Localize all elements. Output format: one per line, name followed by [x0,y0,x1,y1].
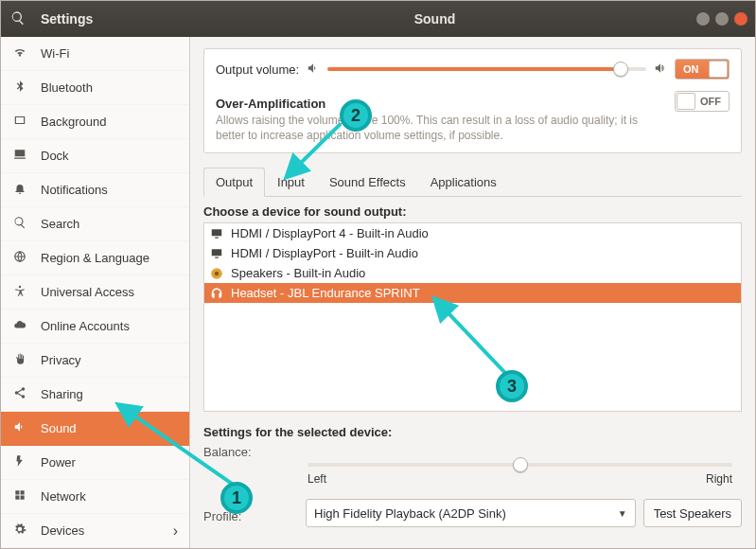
device-label: HDMI / DisplayPort 4 - Built-in Audio [231,226,429,240]
window-controls [679,1,755,37]
output-volume-label: Output volume: [216,62,299,77]
output-device-item[interactable]: Speakers - Built-in Audio [204,263,741,283]
output-device-item[interactable]: HDMI / DisplayPort - Built-in Audio [204,243,741,263]
sidebar-item-network[interactable]: Network [1,480,189,514]
search-icon [12,216,27,232]
svg-point-4 [22,395,26,398]
sidebar-item-dock[interactable]: Dock [1,139,189,173]
sidebar-item-label: Sharing [41,387,83,401]
choose-device-label: Choose a device for sound output: [203,204,742,219]
tab-applications[interactable]: Applications [418,168,509,197]
sidebar-item-label: Search [41,217,79,231]
svg-point-3 [15,391,19,395]
maximize-icon[interactable] [715,12,729,26]
svg-point-2 [22,387,26,391]
sidebar-item-label: Background [41,115,106,129]
sidebar-item-label: Privacy [41,353,81,367]
sidebar-item-label: Wi-Fi [41,46,69,61]
profile-select[interactable]: High Fidelity Playback (A2DP Sink) ▼ [306,499,636,527]
device-settings-label: Settings for the selected device: [203,425,742,439]
device-label: Headset - JBL Endurance SPRINT [231,286,420,300]
headset-icon [210,287,223,300]
over-amplification-title: Over-Amplification [216,97,665,111]
sidebar-item-label: Dock [41,149,69,163]
monitor-icon [210,227,223,240]
window-title: Sound [190,1,679,37]
sidebar-item-label: Notifications [41,183,108,197]
chevron-right-icon: › [173,522,178,540]
search-icon[interactable] [10,10,26,28]
sidebar-item-label: Power [41,455,76,469]
sound-tabs: OutputInputSound EffectsApplications [203,167,742,197]
sidebar-item-devices[interactable]: Devices› [1,514,189,548]
output-volume-toggle[interactable]: ON [675,59,730,80]
monitor-icon [210,247,223,260]
output-volume-panel: Output volume: ON Over-Amplifi [203,48,742,153]
over-amplification-desc: Allows raising the volume above 100%. Th… [216,111,665,143]
sound-icon [12,420,27,436]
gear-icon [12,522,27,539]
tab-sound-effects[interactable]: Sound Effects [317,168,418,197]
tab-output[interactable]: Output [203,168,265,197]
over-amplification-toggle[interactable]: OFF [675,91,730,112]
speaker-icon [307,62,320,78]
balance-label: Balance: [203,445,742,459]
sidebar-item-bluetooth[interactable]: Bluetooth [1,71,189,105]
settings-title: Settings [41,11,93,27]
device-label: Speakers - Built-in Audio [231,266,365,280]
network-icon [12,488,27,505]
output-device-item[interactable]: Headset - JBL Endurance SPRINT [204,283,741,303]
sidebar-item-label: Online Accounts [41,319,130,333]
sidebar-item-sound[interactable]: Sound [1,412,189,446]
hand-icon [12,352,27,368]
power-icon [12,454,27,470]
svg-point-9 [215,272,220,276]
universal-icon [12,284,27,300]
sidebar-item-universal-access[interactable]: Universal Access [1,275,189,310]
output-device-list[interactable]: HDMI / DisplayPort 4 - Built-in AudioHDM… [203,222,742,412]
balance-slider[interactable]: Left Right [203,459,742,487]
test-speakers-button[interactable]: Test Speakers [643,499,742,527]
output-device-item[interactable]: HDMI / DisplayPort 4 - Built-in Audio [204,223,741,243]
wifi-icon [12,45,27,62]
bluetooth-icon [12,80,27,96]
title-bar: Settings Sound [1,1,755,37]
svg-point-1 [19,286,21,288]
globe-icon [12,250,27,266]
sidebar-item-wi-fi[interactable]: Wi-Fi [1,37,189,71]
sidebar-item-label: Bluetooth [41,80,93,95]
sidebar-item-notifications[interactable]: Notifications [1,173,189,207]
sidebar-item-sharing[interactable]: Sharing [1,378,189,412]
cloud-icon [12,318,27,334]
sidebar-item-label: Universal Access [41,285,134,299]
minimize-icon[interactable] [696,12,710,26]
output-volume-slider[interactable] [327,67,646,71]
bell-icon [12,182,27,198]
sidebar-item-label: Devices [41,523,84,538]
sidebar-item-power[interactable]: Power [1,446,189,480]
dock-icon [12,148,27,164]
profile-label: Profile: [203,509,298,523]
device-label: HDMI / DisplayPort - Built-in Audio [231,246,418,260]
sidebar-item-label: Region & Language [41,251,149,265]
sidebar-item-region-language[interactable]: Region & Language [1,241,189,275]
sidebar-item-label: Sound [41,421,77,435]
sound-panel: Output volume: ON Over-Amplifi [190,37,755,548]
settings-sidebar: Wi-FiBluetoothBackgroundDockNotification… [1,37,190,548]
background-icon [12,114,27,130]
sidebar-item-search[interactable]: Search [1,207,189,241]
sidebar-item-privacy[interactable]: Privacy [1,344,189,378]
chevron-down-icon: ▼ [618,508,627,519]
tab-input[interactable]: Input [265,168,317,197]
sidebar-item-label: Network [41,489,86,504]
speaker-loud-icon [654,62,667,78]
sidebar-item-background[interactable]: Background [1,105,189,139]
close-icon[interactable] [734,12,747,26]
sidebar-item-online-accounts[interactable]: Online Accounts [1,310,189,344]
share-icon [12,386,27,402]
speaker-icon [210,267,223,280]
